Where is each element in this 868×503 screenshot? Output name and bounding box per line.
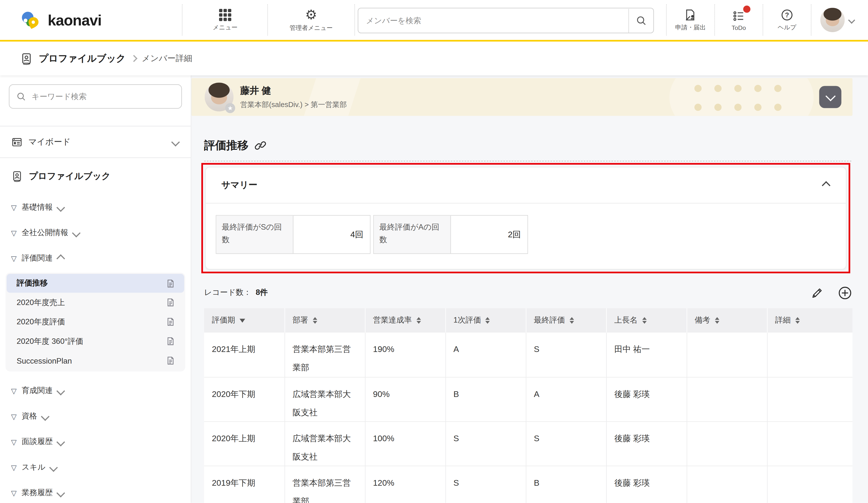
section-dashed-divider — [204, 161, 851, 161]
section-marker-icon: ▽ — [11, 464, 17, 471]
cell-period: 2019年下期 — [204, 466, 285, 503]
sidebar-item-label: プロファイルブック — [29, 170, 111, 182]
table-row[interactable]: 2021年上期 営業本部第三営業部 190% A S 田中 祐一 — [204, 333, 852, 377]
col-label: 最終評価 — [534, 315, 565, 325]
main-content: ★ 藤井 健 営業本部(salesDiv.) > 第一営業部 評価推移 — [192, 75, 868, 503]
sidebar-item-evaluation-trend[interactable]: 評価推移 — [7, 274, 184, 293]
summary-body: 最終評価がSの回数 4回 最終評価がAの回数 2回 — [206, 203, 846, 254]
breadcrumb-current: メンバー詳細 — [142, 53, 192, 64]
document-icon — [166, 297, 175, 307]
col-header-sales-achievement[interactable]: 営業達成率 — [365, 308, 445, 333]
sidebar-keyword-search[interactable] — [9, 84, 182, 109]
member-search-input[interactable] — [358, 16, 628, 25]
breadcrumb-root[interactable]: プロファイルブック — [39, 52, 126, 65]
cell-remarks — [687, 421, 767, 466]
col-header-supervisor[interactable]: 上長名 — [606, 308, 686, 333]
todo-button[interactable]: ToDo — [714, 4, 763, 35]
member-search-box[interactable] — [358, 8, 654, 33]
table-row[interactable]: 2019年下期 営業本部第三営業部 120% S B 後藤 彩瑛 — [204, 466, 852, 503]
cell-first-eval: B — [445, 377, 526, 421]
sidebar-item-profilebook[interactable]: プロファイルブック — [0, 158, 191, 195]
sidebar-item-label: マイボード — [28, 137, 71, 147]
sidebar-search-input[interactable] — [30, 92, 175, 101]
section-marker-icon: ▽ — [11, 387, 17, 395]
sidebar-item-2020-sales[interactable]: 2020年度売上 — [7, 293, 184, 312]
chevron-down-icon[interactable] — [41, 412, 50, 421]
section-marker-icon: ▽ — [11, 413, 17, 420]
help-label: ヘルプ — [778, 23, 797, 32]
chevron-down-icon[interactable] — [56, 387, 65, 395]
sidebar-item-myboard[interactable]: マイボード — [0, 126, 191, 157]
gear-icon: ⚙ — [305, 8, 317, 21]
col-header-evaluation-period[interactable]: 評価期 — [204, 308, 285, 333]
col-header-first-evaluation[interactable]: 1次評価 — [445, 308, 526, 333]
application-report-label: 申請・届出 — [675, 23, 706, 32]
sort-icon[interactable] — [569, 317, 574, 324]
section-label: 育成関連 — [21, 386, 53, 396]
summary-card: サマリー 最終評価がSの回数 4回 最終評価がAの回数 2回 — [205, 167, 847, 270]
section-title-row: 評価推移 — [204, 135, 266, 155]
member-avatar[interactable]: ★ — [205, 83, 234, 112]
chevron-down-icon[interactable] — [171, 138, 180, 146]
sort-icon[interactable] — [715, 317, 719, 324]
cell-final-eval: S — [526, 333, 606, 377]
sidebar-section-interview-history[interactable]: ▽ 面談履歴 — [0, 429, 191, 454]
application-report-button[interactable]: 申請・届出 — [666, 4, 714, 35]
sidebar-item-2020-360-evaluation[interactable]: 2020年度 360°評価 — [7, 332, 184, 351]
add-record-plus-icon[interactable] — [838, 285, 852, 300]
account-menu[interactable] — [811, 4, 862, 35]
sidebar-section-basic-info[interactable]: ▽ 基礎情報 — [0, 195, 191, 220]
section-label: 業務履歴 — [21, 488, 53, 498]
chevron-up-icon[interactable] — [822, 181, 830, 190]
sort-icon[interactable] — [312, 317, 317, 324]
sidebar-section-work-history[interactable]: ▽ 業務履歴 — [0, 480, 191, 503]
sidebar-item-succession-plan[interactable]: SuccessionPlan — [7, 351, 184, 370]
chevron-up-icon[interactable] — [56, 254, 65, 263]
menu-grid-icon — [219, 9, 231, 21]
kaonavi-logo[interactable]: kaonavi — [19, 8, 101, 33]
link-icon[interactable] — [255, 139, 266, 151]
chevron-down-icon[interactable] — [72, 229, 81, 237]
cell-period: 2020年下期 — [204, 377, 285, 421]
sidebar-section-development[interactable]: ▽ 育成関連 — [0, 378, 191, 404]
section-marker-icon: ▽ — [11, 489, 17, 496]
summary-header[interactable]: サマリー — [206, 167, 846, 203]
sidebar-item-2020-evaluation[interactable]: 2020年度評価 — [7, 312, 184, 332]
edit-pencil-icon[interactable] — [810, 286, 824, 300]
sort-icon[interactable] — [485, 317, 490, 324]
record-count-label: レコード数： — [204, 288, 251, 297]
sidebar-section-qualifications[interactable]: ▽ 資格 — [0, 404, 191, 429]
help-button[interactable]: ? ヘルプ — [763, 4, 811, 35]
summary-stat-a-count: 最終評価がAの回数 2回 — [373, 215, 528, 254]
chevron-down-icon[interactable] — [56, 489, 65, 497]
table-header-row: 評価期 部署 営業達成率 — [204, 308, 852, 333]
sort-icon[interactable] — [795, 317, 799, 324]
evaluation-table: 評価期 部署 営業達成率 — [204, 308, 852, 503]
sidebar-section-evaluation[interactable]: ▽ 評価関連 — [0, 246, 191, 271]
sidebar-section-company-public-info[interactable]: ▽ 全社公開情報 — [0, 220, 191, 245]
user-avatar[interactable] — [820, 8, 845, 32]
chevron-down-icon[interactable] — [56, 203, 65, 212]
banner-collapse-button[interactable] — [819, 86, 841, 108]
menu-button[interactable]: メニュー — [182, 4, 268, 35]
sort-icon[interactable] — [642, 317, 647, 324]
cell-first-eval: S — [445, 421, 526, 466]
table-row[interactable]: 2020年上期 広域営業本部大阪支社 100% S S 後藤 彩瑛 — [204, 421, 852, 466]
col-header-final-evaluation[interactable]: 最終評価 — [526, 308, 606, 333]
chevron-down-icon[interactable] — [56, 438, 65, 446]
sort-icon[interactable] — [416, 317, 421, 324]
col-header-remarks[interactable]: 備考 — [687, 308, 767, 333]
admin-menu-button[interactable]: ⚙ 管理者メニュー — [267, 4, 355, 35]
sidebar-section-skills[interactable]: ▽ スキル — [0, 454, 191, 480]
col-header-detail[interactable]: 詳細 — [767, 308, 852, 333]
annotation-highlight-box: サマリー 最終評価がSの回数 4回 最終評価がAの回数 2回 — [201, 163, 850, 273]
kaonavi-logo-icon — [19, 8, 44, 33]
member-header-banner: ★ 藤井 健 営業本部(salesDiv.) > 第一営業部 — [192, 78, 852, 116]
col-header-department[interactable]: 部署 — [285, 308, 365, 333]
search-icon[interactable] — [629, 15, 653, 26]
cell-detail — [767, 333, 852, 377]
chevron-down-icon[interactable] — [49, 463, 58, 472]
sort-desc-icon[interactable] — [240, 318, 245, 322]
table-row[interactable]: 2020年下期 広域営業本部大阪支社 90% B A 後藤 彩瑛 — [204, 377, 852, 421]
document-icon — [166, 336, 175, 346]
